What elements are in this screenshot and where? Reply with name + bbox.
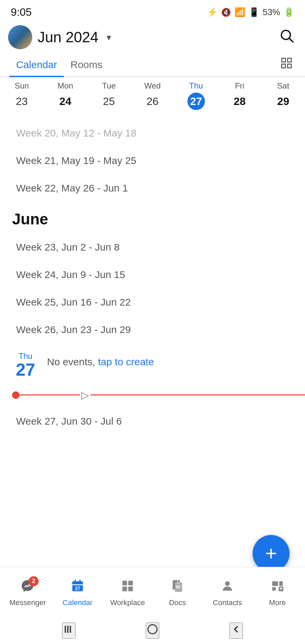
day-num-tue: 25 <box>100 93 118 110</box>
svg-rect-3 <box>288 58 291 62</box>
svg-rect-16 <box>128 586 133 591</box>
month-title: Jun 2024 <box>38 29 98 46</box>
day-num-fri: 28 <box>231 93 248 110</box>
today-day-name: Thu <box>18 352 32 361</box>
battery-text: 53% <box>263 7 280 17</box>
svg-rect-13 <box>122 581 127 585</box>
calendar-icon: 27 <box>71 579 85 596</box>
system-nav <box>0 617 305 644</box>
home-button[interactable] <box>146 623 159 639</box>
nav-item-messenger[interactable]: 2 Messenger <box>3 574 53 610</box>
search-button[interactable] <box>279 28 294 47</box>
recent-apps-button[interactable] <box>62 623 76 639</box>
day-fri[interactable]: Fri 28 <box>218 81 262 110</box>
avatar[interactable] <box>8 25 32 49</box>
svg-rect-5 <box>288 64 291 68</box>
svg-rect-4 <box>282 64 286 68</box>
svg-text:27: 27 <box>75 586 80 591</box>
day-num-thu: 27 <box>187 93 205 110</box>
today-label: Thu 27 <box>12 352 39 378</box>
tab-rooms[interactable]: Rooms <box>64 53 109 77</box>
status-time: 9:05 <box>11 6 32 18</box>
messenger-label: Messenger <box>9 598 46 607</box>
svg-rect-2 <box>282 58 286 62</box>
docs-icon <box>170 579 184 596</box>
more-label: More <box>269 598 286 607</box>
time-indicator: ▷ <box>0 389 305 401</box>
wifi-icon: 📶 <box>234 7 245 17</box>
svg-rect-14 <box>128 581 133 585</box>
svg-rect-15 <box>122 586 127 591</box>
day-name-tue: Tue <box>102 81 116 91</box>
workplace-label: Workplace <box>110 598 145 607</box>
day-sat[interactable]: Sat 29 <box>261 81 305 110</box>
bluetooth-icon: ⚡ <box>207 7 218 17</box>
header-left: Jun 2024 ▾ <box>8 25 111 49</box>
day-name-wed: Wed <box>144 81 161 91</box>
time-dot <box>12 391 19 399</box>
svg-rect-18 <box>175 582 182 592</box>
nav-item-calendar[interactable]: 27 Calendar <box>53 574 103 610</box>
day-name-sun: Sun <box>15 81 29 91</box>
calendar-label: Calendar <box>62 598 92 607</box>
tabs: Calendar Rooms <box>0 53 305 77</box>
day-name-fri: Fri <box>235 81 244 91</box>
day-tue[interactable]: Tue 25 <box>87 81 131 110</box>
nav-item-contacts[interactable]: Contacts <box>203 574 253 610</box>
day-thu[interactable]: Thu 27 <box>174 81 218 110</box>
week-item-21[interactable]: Week 21, May 19 - May 25 <box>0 147 305 174</box>
more-icon <box>270 579 285 596</box>
tabs-left: Calendar Rooms <box>9 53 109 76</box>
svg-line-1 <box>290 38 293 42</box>
cursor-icon: ▷ <box>81 389 89 401</box>
day-name-mon: Mon <box>57 81 73 91</box>
today-section: Thu 27 No events, tap to create <box>0 343 305 386</box>
back-button[interactable] <box>229 623 243 639</box>
svg-rect-24 <box>272 587 276 591</box>
svg-point-21 <box>225 581 230 586</box>
week-item-23[interactable]: Week 23, Jun 2 - Jun 8 <box>0 233 305 261</box>
day-name-thu: Thu <box>189 81 203 91</box>
day-num-wed: 26 <box>144 93 161 110</box>
tap-to-create-link[interactable]: tap to create <box>98 356 154 367</box>
svg-rect-22 <box>272 581 278 586</box>
day-num-mon: 24 <box>57 93 74 110</box>
docs-label: Docs <box>169 598 186 607</box>
messenger-icon: 2 <box>20 579 35 596</box>
tab-calendar[interactable]: Calendar <box>9 53 64 77</box>
battery-icon: 🔋 <box>284 7 294 17</box>
nav-item-more[interactable]: More <box>252 574 302 610</box>
day-sun[interactable]: Sun 23 <box>0 81 44 110</box>
month-june-header: June <box>0 202 305 233</box>
fab-plus-icon: + <box>265 543 277 564</box>
scrollable-content: Week 20, May 12 - May 18 Week 21, May 19… <box>0 124 305 567</box>
day-wed[interactable]: Wed 26 <box>131 81 174 110</box>
week-item-26[interactable]: Week 26, Jun 23 - Jun 29 <box>0 316 305 343</box>
week-item-24[interactable]: Week 24, Jun 9 - Jun 15 <box>0 261 305 288</box>
week-item-27[interactable]: Week 27, Jun 30 - Jul 6 <box>0 408 305 435</box>
nav-item-workplace[interactable]: Workplace <box>102 574 152 610</box>
nav-item-docs[interactable]: Docs <box>152 574 203 610</box>
truncated-week-item[interactable]: Week 20, May 12 - May 18 <box>0 124 305 147</box>
create-event-fab[interactable]: + <box>253 535 290 572</box>
signal-icon: 📱 <box>249 7 259 17</box>
svg-point-28 <box>148 625 157 634</box>
contacts-icon <box>220 579 234 596</box>
day-num-sat: 29 <box>274 93 292 110</box>
today-day-num: 27 <box>16 361 35 378</box>
mute-icon: 🔇 <box>221 8 231 17</box>
header: Jun 2024 ▾ <box>0 22 305 53</box>
messenger-badge: 2 <box>29 576 39 586</box>
week-item-22[interactable]: Week 22, May 26 - Jun 1 <box>0 174 305 202</box>
status-icons: ⚡ 🔇 📶 📱 53% 🔋 <box>207 7 294 17</box>
svg-rect-23 <box>279 581 283 586</box>
week-header: Sun 23 Mon 24 Tue 25 Wed 26 Thu 27 Fri 2… <box>0 77 305 113</box>
day-num-sun: 23 <box>13 93 31 110</box>
grid-view-button[interactable] <box>277 53 296 76</box>
day-mon[interactable]: Mon 24 <box>44 81 87 110</box>
bottom-nav: 2 Messenger 27 Calendar <box>0 567 305 617</box>
no-events-text: No events, <box>47 356 98 367</box>
week-item-25[interactable]: Week 25, Jun 16 - Jun 22 <box>0 288 305 316</box>
day-name-sat: Sat <box>277 81 289 91</box>
dropdown-arrow-icon[interactable]: ▾ <box>106 32 111 43</box>
